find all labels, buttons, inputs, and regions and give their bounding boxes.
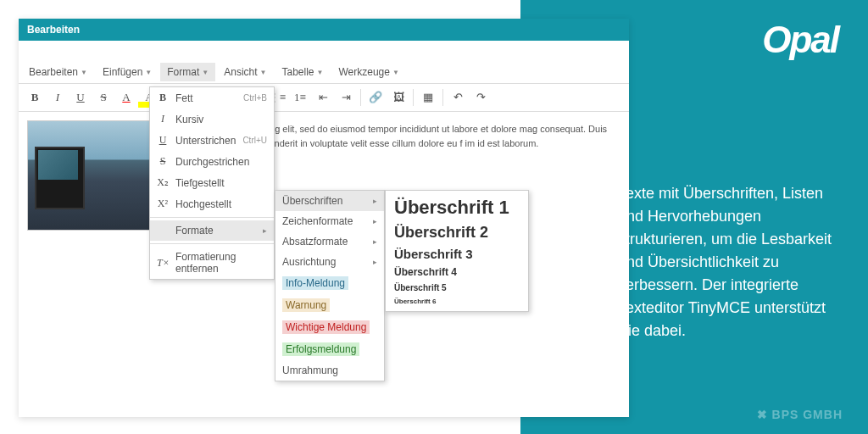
brand-logo: Opal <box>762 19 838 61</box>
outdent-button[interactable]: ⇤ <box>312 87 334 108</box>
italic-button[interactable]: I <box>47 87 69 108</box>
indent-button[interactable]: ⇥ <box>335 87 357 108</box>
window-title: Bearbeiten <box>19 19 629 41</box>
strike-button[interactable]: S <box>92 87 114 108</box>
heading-3[interactable]: Überschrift 3 <box>386 244 528 264</box>
format-strike[interactable]: SDurchgestrichen <box>150 151 274 172</box>
chevron-right-icon: ▸ <box>373 197 377 205</box>
chevron-right-icon: ▸ <box>263 226 267 235</box>
fontcolor-button[interactable]: A <box>115 87 137 108</box>
format-formats[interactable]: Formate▸ <box>150 220 274 241</box>
formats-success[interactable]: Erfolgsmeldung <box>275 338 384 360</box>
format-dropdown: BFettCtrl+B IKursiv UUnterstrichenCtrl+U… <box>149 86 275 280</box>
promo-text: Texte mit Überschriften, Listen und Herv… <box>618 182 843 342</box>
formats-submenu: Überschriften▸ Zeichenformate▸ Absatzfor… <box>275 190 385 381</box>
toolbar: B I U S A A ≡ ≡ ≡ ≡ ⋮≡ 1≡ ⇤ ⇥ 🔗 🖼 ▦ ↶ ↷ <box>19 84 629 112</box>
formats-frame[interactable]: Umrahmung <box>275 360 384 381</box>
menu-werkzeuge[interactable]: Werkzeuge▼ <box>331 63 405 81</box>
table-button[interactable]: ▦ <box>417 87 439 108</box>
formats-info[interactable]: Info-Meldung <box>275 272 384 294</box>
inserted-image[interactable] <box>27 120 159 231</box>
headings-submenu: Überschrift 1 Überschrift 2 Überschrift … <box>385 190 529 312</box>
image-button[interactable]: 🖼 <box>387 87 409 108</box>
menu-format[interactable]: Format▼ <box>160 63 215 81</box>
formats-align[interactable]: Ausrichtung▸ <box>275 252 384 272</box>
format-subscript[interactable]: X₂Tiefgestellt <box>150 172 274 193</box>
menu-ansicht[interactable]: Ansicht▼ <box>217 63 273 81</box>
format-underline[interactable]: UUnterstrichenCtrl+U <box>150 130 274 151</box>
formats-inline[interactable]: Zeichenformate▸ <box>275 211 384 231</box>
heading-1[interactable]: Überschrift 1 <box>386 194 528 221</box>
formats-warning[interactable]: Warnung <box>275 294 384 316</box>
heading-5[interactable]: Überschrift 5 <box>386 281 528 295</box>
format-bold[interactable]: BFettCtrl+B <box>150 87 274 108</box>
bold-button[interactable]: B <box>24 87 46 108</box>
formats-headings[interactable]: Überschriften▸ <box>275 191 384 211</box>
heading-2[interactable]: Überschrift 2 <box>386 221 528 244</box>
redo-button[interactable]: ↷ <box>470 87 492 108</box>
number-list-button[interactable]: 1≡ <box>289 87 311 108</box>
menu-tabelle[interactable]: Tabelle▼ <box>275 63 330 81</box>
undo-button[interactable]: ↶ <box>447 87 469 108</box>
format-italic[interactable]: IKursiv <box>150 108 274 130</box>
menubar: Bearbeiten▼ Einfügen▼ Format▼ Ansicht▼ T… <box>19 61 629 84</box>
heading-6[interactable]: Überschrift 6 <box>386 295 528 308</box>
menu-bearbeiten[interactable]: Bearbeiten▼ <box>22 63 94 81</box>
menu-einfuegen[interactable]: Einfügen▼ <box>96 63 159 81</box>
format-clear[interactable]: T×Formatierung entfernen <box>150 247 274 279</box>
formats-blocks[interactable]: Absatzformate▸ <box>275 231 384 252</box>
link-button[interactable]: 🔗 <box>364 87 387 108</box>
formats-important[interactable]: Wichtige Meldung <box>275 316 384 338</box>
footer-brand: ✖ BPS GMBH <box>757 408 843 421</box>
underline-button[interactable]: U <box>70 87 92 108</box>
heading-4[interactable]: Überschrift 4 <box>386 264 528 281</box>
format-superscript[interactable]: X²Hochgestellt <box>150 193 274 214</box>
